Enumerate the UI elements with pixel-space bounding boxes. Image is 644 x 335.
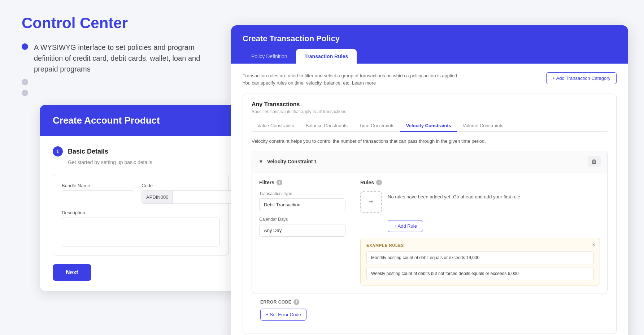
calendar-days-group: Calendar Days Any Day [259,217,345,237]
transaction-type-label: Transaction Type [259,191,345,196]
description-input[interactable] [62,218,220,246]
step-subtitle: Get started by setting up basic details [68,159,229,165]
bundle-name-input[interactable] [62,190,134,204]
bullet-dot-inactive-2 [22,90,28,96]
transaction-type-group: Transaction Type Debit Transaction [259,191,345,211]
example-rule-2: Weekly posting count of debits but not f… [366,267,594,280]
bullet-list: A WYSIWYG interface to set policies and … [22,42,209,96]
bullet-row-3 [22,88,209,96]
calendar-days-select[interactable]: Any Day [259,224,345,237]
policy-header: Create Transaction Policy Policy Definit… [231,25,628,64]
step-number: 1 [53,146,63,156]
code-prefix: APDIN000 [142,191,173,203]
empty-rules-icon: + [360,191,382,213]
transaction-type-select[interactable]: Debit Transaction [259,198,345,211]
velocity-constraint-title: Velocity Constraint 1 [267,159,317,164]
form-row-name-code: Bundle Name Code APDIN000 [62,183,220,204]
add-category-button[interactable]: + Add Transaction Category [546,72,617,84]
error-code-info-icon: i [293,299,299,305]
tab-policy-definition[interactable]: Policy Definition [243,49,296,64]
policy-body: Transaction rules are used to filter and… [231,64,628,335]
velocity-constraint-item: ▼ Velocity Constraint 1 🗑 Filters i Tran… [252,151,608,293]
example-rule-1: Monthly posting count of debit equals or… [366,251,594,264]
velocity-content: Filters i Transaction Type Debit Transac… [252,172,607,293]
description-bar: Transaction rules are used to filter and… [243,72,617,86]
filters-title: Filters i [259,180,345,185]
rules-label: Rules [360,180,374,185]
tab-transaction-rules[interactable]: Transaction Rules [296,49,357,64]
tab-time-constraints[interactable]: Time Constraints [353,120,400,132]
empty-rules-text: No rules have been added yet. Go ahead a… [388,193,520,201]
description-label: Description [62,210,220,215]
account-card-header: Create Account Product [40,105,242,136]
filters-label: Filters [259,180,274,185]
velocity-header-left: ▼ Velocity Constraint 1 [258,159,317,164]
step-header: 1 Basic Details [53,146,229,156]
step-title: Basic Details [68,148,108,155]
code-group: Code APDIN000 [142,183,242,204]
any-transactions-section: Any Transactions Specifies constraints t… [243,94,617,334]
tab-value-constraints[interactable]: Value Constraints [252,120,300,132]
rules-info-icon: i [376,180,382,185]
basic-details-form: Bundle Name Code APDIN000 Description [53,174,229,255]
bullet-row-2 [22,77,209,85]
bundle-name-label: Bundle Name [62,183,134,188]
account-card-body: 1 Basic Details Get started by setting u… [40,136,242,291]
bullet-dot-active [22,43,28,50]
tab-velocity-constraints[interactable]: Velocity Constraints [400,120,457,132]
policy-description: Transaction rules are used to filter and… [243,72,459,86]
description-group: Description [62,210,220,246]
chevron-down-icon: ▼ [258,159,264,164]
error-code-text: ERROR CODE [260,300,291,305]
rules-panel: Rules i + No rules have been added yet. … [353,172,607,293]
close-example-rules-button[interactable]: × [592,242,595,248]
velocity-header[interactable]: ▼ Velocity Constraint 1 🗑 [252,151,607,172]
filters-panel: Filters i Transaction Type Debit Transac… [252,172,353,293]
account-card-title: Create Account Product [53,115,229,126]
transaction-policy-panel: Create Transaction Policy Policy Definit… [231,25,628,335]
any-transactions-title: Any Transactions [252,101,608,108]
page-title: Control Center [22,14,209,32]
page-subtitle: A WYSIWYG interface to set policies and … [34,42,209,74]
bullet-row-1: A WYSIWYG interface to set policies and … [22,42,209,74]
example-rules-title: EXAMPLE RULES [366,243,594,248]
tab-volume-constraints[interactable]: Volume Constraints [457,120,509,132]
error-code-section: ERROR CODE i + Set Error Code [252,293,608,326]
code-label: Code [142,183,242,188]
example-rules-box: EXAMPLE RULES × Monthly posting count of… [360,238,600,285]
bundle-name-group: Bundle Name [62,183,134,204]
any-transactions-desc: Specifies constraints that apply to all … [252,109,608,114]
constraint-tabs: Value Constraints Balance Constraints Ti… [252,120,608,132]
code-input-wrapper: APDIN000 [142,190,242,204]
policy-title: Create Transaction Policy [243,34,617,43]
velocity-description: Velocity constraint helps you to control… [252,138,608,145]
calendar-days-label: Calendar Days [259,217,345,222]
tab-balance-constraints[interactable]: Balance Constraints [300,120,353,132]
add-rule-button[interactable]: + Add Rule [388,220,423,232]
set-error-code-button[interactable]: + Set Error Code [260,309,306,321]
filters-info-icon: i [277,180,282,185]
delete-velocity-button[interactable]: 🗑 [588,156,601,167]
bullet-dot-inactive-1 [22,79,28,85]
error-code-label: ERROR CODE i [260,299,599,305]
account-product-card: Create Account Product 1 Basic Details G… [40,105,242,291]
empty-rules: + No rules have been added yet. Go ahead… [360,191,600,213]
rules-title: Rules i [360,180,600,185]
next-button[interactable]: Next [53,264,91,281]
tabs-row: Policy Definition Transaction Rules [243,49,617,64]
